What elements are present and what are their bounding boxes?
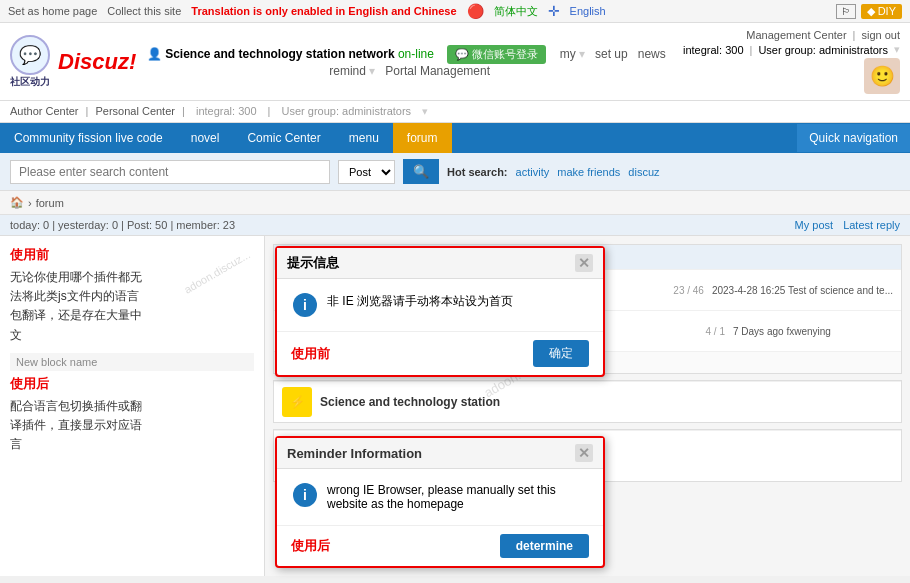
logo-area: 💬 社区动力 [10, 35, 50, 89]
nav-item-forum[interactable]: forum [393, 123, 452, 153]
remind-link[interactable]: remind [329, 64, 366, 78]
setup-link[interactable]: set up [595, 47, 628, 61]
dialog-cn-info-icon: i [293, 293, 317, 317]
sign-out-link[interactable]: sign out [861, 29, 900, 41]
diy-button[interactable]: ◆ DIY [861, 4, 902, 19]
dialog-cn-close[interactable]: ✕ [575, 254, 593, 272]
dialog-en-close[interactable]: ✕ [575, 444, 593, 462]
dialog-en-confirm-button[interactable]: determine [500, 534, 589, 558]
dialog-cn-body: i 非 IE 浏览器请手动将本站设为首页 [277, 279, 603, 331]
my-link[interactable]: my [560, 47, 576, 61]
dialog-en-message: wrong IE Browser, please manually set th… [327, 483, 587, 511]
header: 💬 社区动力 Discuz! 👤 Science and technology … [0, 23, 910, 101]
online-status: on-line [398, 47, 434, 61]
my-post-link[interactable]: My post [795, 219, 834, 231]
header-left: 💬 社区动力 Discuz! [10, 35, 136, 89]
forum-last-2: 7 Days ago fxwenying [733, 326, 893, 337]
cn-flag-icon: 🔴 [467, 3, 484, 19]
site-name: 👤 Science and technology station network… [147, 47, 437, 61]
station-name[interactable]: Science and technology station [320, 395, 500, 409]
discuz-text: Discuz! [58, 49, 136, 74]
secondary-header: Author Center | Personal Center | integr… [0, 101, 910, 123]
news-link[interactable]: news [638, 47, 666, 61]
dialog-en-body: i wrong IE Browser, please manually set … [277, 469, 603, 525]
station-icon: ⚡ [282, 387, 312, 417]
community-icon: 💬 [10, 35, 50, 75]
breadcrumb-forum: forum [36, 197, 64, 209]
dialog-cn-title: 提示信息 [287, 254, 339, 272]
nav-item-menu[interactable]: menu [335, 123, 393, 153]
post-select[interactable]: Post [338, 160, 395, 184]
management-center-link[interactable]: Management Center [746, 29, 846, 41]
before-after-box: 使用前 无论你使用哪个插件都无 法将此类js文件内的语言 包翻译，还是存在大量中… [10, 246, 254, 454]
hot-search: Hot search: activity make friends discuz [447, 166, 660, 178]
main-content: 使用前 无论你使用哪个插件都无 法将此类js文件内的语言 包翻译，还是存在大量中… [0, 236, 910, 576]
user-group-display: User group: administrators [758, 44, 888, 56]
forum-meta-2: 4 / 1 [625, 326, 725, 337]
stats-text: today: 0 | yesterday: 0 | Post: 50 | mem… [10, 219, 235, 231]
stats-bar: today: 0 | yesterday: 0 | Post: 50 | mem… [0, 215, 910, 236]
logo-text: 社区动力 [10, 75, 50, 89]
dialog-cn-footer: 使用前 确定 [277, 331, 603, 375]
lang-en[interactable]: English [570, 5, 606, 17]
translation-notice: Translation is only enabled in English a… [191, 5, 456, 17]
dialog-en: Reminder Information ✕ i wrong IE Browse… [275, 436, 605, 568]
wechat-icon: 💬 [455, 48, 469, 61]
nav-item-fission[interactable]: Community fission live code [0, 123, 177, 153]
breadcrumb: 🏠 › forum [0, 191, 910, 215]
dialog-cn-message: 非 IE 浏览器请手动将本站设为首页 [327, 293, 513, 310]
header-right-bottom: integral: 300 | User group: administrato… [683, 43, 900, 56]
dialog-cn: 提示信息 ✕ i 非 IE 浏览器请手动将本站设为首页 使用前 确定 [275, 246, 605, 377]
after-label: 使用后 [10, 375, 254, 393]
collect-link[interactable]: Collect this site [107, 5, 181, 17]
top-bar-right: 🏳 ◆ DIY [836, 4, 902, 19]
dialog-en-info-icon: i [293, 483, 317, 507]
latest-reply-link[interactable]: Latest reply [843, 219, 900, 231]
dialog-en-title: Reminder Information [287, 446, 422, 461]
nav-item-novel[interactable]: novel [177, 123, 234, 153]
personal-center-anchor[interactable]: Personal Center [95, 105, 175, 117]
header-right-top: Management Center | sign out [746, 29, 900, 41]
dialog-en-label: 使用后 [291, 537, 330, 555]
integral-display: integral: 300 [683, 44, 744, 56]
dialog-cn-label: 使用前 [291, 345, 330, 363]
nav-item-comic[interactable]: Comic Center [233, 123, 334, 153]
nav-bar: Community fission live code novel Comic … [0, 123, 910, 153]
lang-cn[interactable]: 简体中文 [494, 4, 538, 19]
dialog-en-footer: 使用后 determine [277, 525, 603, 566]
quick-nav-button[interactable]: Quick navigation [797, 124, 910, 152]
hot-discuz[interactable]: discuz [628, 166, 659, 178]
author-center-link[interactable]: Author Center | Personal Center | integr… [10, 105, 432, 118]
before-label: 使用前 [10, 246, 254, 264]
flag-icon: 🏳 [836, 4, 856, 19]
before-text: 无论你使用哪个插件都无 法将此类js文件内的语言 包翻译，还是存在大量中 文 [10, 268, 254, 345]
discuz-logo: Discuz! [58, 49, 136, 75]
forum-meta: 23 / 46 [604, 285, 704, 296]
dialog-cn-header: 提示信息 ✕ [277, 248, 603, 279]
left-panel: 使用前 无论你使用哪个插件都无 法将此类js文件内的语言 包翻译，还是存在大量中… [0, 236, 265, 576]
block-name: New block name [10, 353, 254, 371]
hot-activity[interactable]: activity [516, 166, 550, 178]
forum-last: 2023-4-28 16:25 Test of science and te..… [712, 285, 893, 296]
avatar[interactable]: 🙂 [864, 58, 900, 94]
after-text: 配合语言包切换插件或翻 译插件，直接显示对应语 言 [10, 397, 254, 455]
search-button[interactable]: 🔍 [403, 159, 439, 184]
hot-friends[interactable]: make friends [557, 166, 620, 178]
top-bar: Set as home page Collect this site Trans… [0, 0, 910, 23]
author-center-anchor[interactable]: Author Center [10, 105, 78, 117]
dialog-cn-confirm-button[interactable]: 确定 [533, 340, 589, 367]
header-right: Management Center | sign out integral: 3… [683, 29, 900, 94]
search-bar: Post 🔍 Hot search: activity make friends… [0, 153, 910, 191]
en-flag-icon: ✛ [548, 3, 560, 19]
set-home-link[interactable]: Set as home page [8, 5, 97, 17]
station-section: ⚡ Science and technology station [273, 380, 902, 423]
station-row: ⚡ Science and technology station [274, 381, 901, 422]
breadcrumb-home[interactable]: 🏠 [10, 196, 24, 209]
stats-actions: My post Latest reply [795, 219, 900, 231]
portal-link[interactable]: Portal Management [385, 64, 490, 78]
search-input[interactable] [10, 160, 330, 184]
dialog-en-header: Reminder Information ✕ [277, 438, 603, 469]
right-content: D... 📋 123222222 23 / 46 2023-4-28 16:25… [265, 236, 910, 576]
nav-right: Quick navigation [797, 124, 910, 152]
wechat-login-button[interactable]: 💬 微信账号登录 [447, 45, 546, 64]
